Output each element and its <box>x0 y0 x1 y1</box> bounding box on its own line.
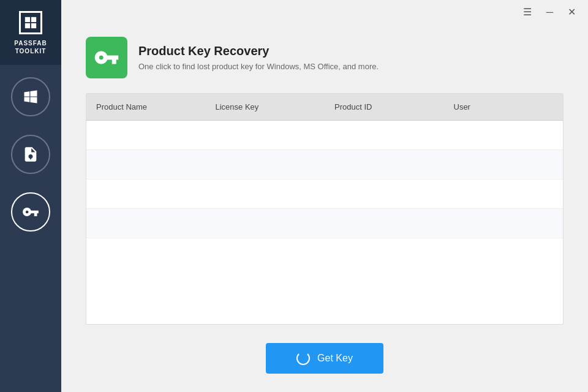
app-icon <box>86 37 127 78</box>
menu-button[interactable]: ☰ <box>521 5 534 20</box>
cell-license-key-3 <box>206 179 325 208</box>
sidebar-logo: PASSFAB TOOLKIT <box>0 0 61 65</box>
cell-user-5 <box>444 238 564 268</box>
table-row <box>86 121 563 150</box>
cell-product-id-1 <box>325 121 444 149</box>
cell-product-id-4 <box>325 209 444 238</box>
cell-product-name-4 <box>86 209 206 238</box>
minimize-button[interactable]: ─ <box>544 5 556 20</box>
cell-license-key-2 <box>206 150 325 179</box>
logo-icon <box>24 16 37 29</box>
cell-license-key-1 <box>206 121 325 149</box>
cell-product-id-2 <box>325 150 444 179</box>
svg-point-4 <box>29 156 32 158</box>
cell-user-4 <box>444 209 564 238</box>
content-area: Product Key Recovery One click to find l… <box>61 24 588 392</box>
refresh-icon <box>296 352 310 365</box>
app-icon-graphic <box>94 45 119 70</box>
table-body <box>86 121 563 268</box>
file-key-icon <box>22 146 39 163</box>
app-title: Product Key Recovery <box>138 44 379 58</box>
app-header-text: Product Key Recovery One click to find l… <box>138 44 379 71</box>
col-license-key: License Key <box>206 94 325 120</box>
cell-product-name-2 <box>86 150 206 179</box>
button-area: Get Key <box>86 325 564 374</box>
cell-product-id-5 <box>325 238 444 268</box>
sidebar-item-windows[interactable] <box>11 77 50 116</box>
cell-user-3 <box>444 179 564 208</box>
svg-rect-3 <box>31 23 36 28</box>
key-icon <box>22 203 39 221</box>
close-button[interactable]: ✕ <box>565 5 578 20</box>
table-row <box>86 150 563 179</box>
sidebar-item-file-key[interactable] <box>11 135 50 174</box>
cell-user-1 <box>444 121 564 149</box>
cell-user-2 <box>444 150 564 179</box>
svg-rect-1 <box>31 17 36 22</box>
get-key-label: Get Key <box>317 353 353 364</box>
table-row <box>86 238 563 268</box>
sidebar: PASSFAB TOOLKIT <box>0 0 61 392</box>
app-subtitle: One click to find lost product key for W… <box>138 62 379 71</box>
col-product-name: Product Name <box>86 94 206 120</box>
svg-rect-2 <box>25 23 30 28</box>
logo-text: PASSFAB TOOLKIT <box>14 39 47 55</box>
col-product-id: Product ID <box>325 94 444 120</box>
app-header: Product Key Recovery One click to find l… <box>86 37 564 78</box>
cell-license-key-5 <box>206 238 325 268</box>
get-key-button[interactable]: Get Key <box>266 343 383 374</box>
table-row <box>86 209 563 238</box>
logo-box <box>19 11 42 34</box>
cell-license-key-4 <box>206 209 325 238</box>
windows-icon <box>22 88 39 105</box>
product-table: Product Name License Key Product ID User <box>86 93 564 325</box>
col-user: User <box>444 94 564 120</box>
cell-product-id-3 <box>325 179 444 208</box>
cell-product-name-5 <box>86 238 206 268</box>
table-header: Product Name License Key Product ID User <box>86 94 563 121</box>
sidebar-nav <box>0 65 61 392</box>
main-area: ☰ ─ ✕ Product Key Recovery One click to … <box>61 0 588 392</box>
title-bar: ☰ ─ ✕ <box>61 0 588 24</box>
sidebar-item-product-key[interactable] <box>11 192 50 232</box>
cell-product-name-1 <box>86 121 206 149</box>
table-row <box>86 179 563 209</box>
svg-rect-0 <box>25 17 30 22</box>
cell-product-name-3 <box>86 179 206 208</box>
